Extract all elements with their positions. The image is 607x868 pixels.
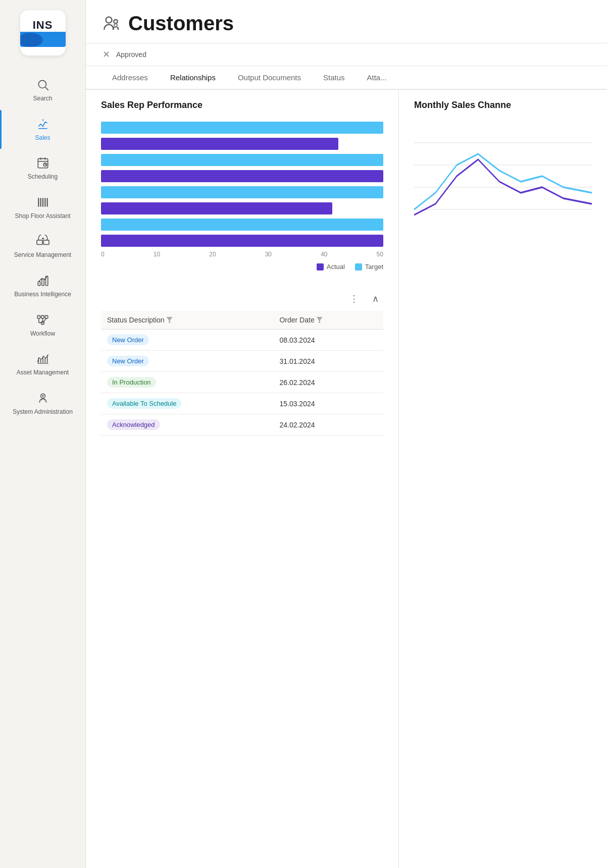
tab-relationships[interactable]: Relationships: [159, 66, 227, 90]
legend-actual: Actual: [317, 263, 345, 270]
status-col-label: Status Description: [107, 316, 165, 324]
chart-title: Sales Rep Performance: [101, 100, 383, 111]
table-menu-button[interactable]: ⋮: [346, 291, 362, 307]
svg-point-0: [38, 80, 46, 88]
row-3-status: In Production: [101, 372, 273, 393]
tab-addresses[interactable]: Addresses: [101, 66, 159, 90]
collapse-icon: ∧: [372, 293, 379, 304]
sidebar-item-sysadmin[interactable]: System Administration: [0, 384, 85, 423]
monthly-sales-chart: [414, 121, 592, 232]
sidebar-label-shopfloor: Shop Floor Assistant: [15, 212, 70, 221]
svg-rect-24: [45, 315, 47, 318]
bar-row-3b: [101, 201, 383, 215]
tab-output-docs[interactable]: Output Documents: [227, 66, 312, 90]
filter-close-button[interactable]: ✕: [101, 49, 111, 60]
col-header-status: Status Description: [101, 311, 273, 330]
logo-text: INS: [33, 19, 53, 32]
sidebar-item-scheduling[interactable]: Scheduling: [0, 149, 85, 188]
sidebar-item-shopfloor[interactable]: Shop Floor Assistant: [0, 188, 85, 228]
sidebar-label-search: Search: [33, 95, 52, 103]
sidebar-item-sales[interactable]: Sales: [0, 110, 85, 149]
row-5-status: Acknowledged: [101, 414, 273, 436]
table-header-row: Status Description Order Date: [101, 311, 383, 330]
sysadmin-icon: [36, 391, 50, 405]
table-body: New Order 08.03.2024 New Order 31.01.202…: [101, 330, 383, 436]
sidebar-item-workflow[interactable]: Workflow: [0, 306, 85, 345]
bar-actual-2: [101, 170, 383, 182]
x-label-10: 10: [154, 251, 160, 258]
svg-line-29: [42, 318, 46, 322]
sales-rep-chart: Sales Rep Performance: [101, 100, 383, 286]
row-4-status: Available To Schedule: [101, 393, 273, 414]
bar-target-3: [101, 186, 383, 198]
svg-point-39: [114, 19, 118, 23]
scheduling-icon: [36, 156, 50, 170]
menu-dots-icon: ⋮: [349, 293, 359, 304]
asset-icon: [36, 352, 50, 366]
status-badge: In Production: [107, 377, 156, 388]
orders-table: Status Description Order Date: [101, 311, 383, 436]
bar-target-2: [101, 154, 383, 166]
svg-rect-19: [38, 282, 40, 286]
legend-target-dot: [355, 263, 362, 270]
legend-target-label: Target: [365, 263, 383, 270]
workflow-icon: [36, 313, 50, 327]
tab-status[interactable]: Status: [312, 66, 356, 90]
app-logo: INS: [20, 10, 66, 56]
row-3-date: 26.02.2024: [273, 372, 383, 393]
bar-row-4b: [101, 234, 383, 248]
date-filter-icon[interactable]: [317, 317, 323, 323]
status-filter-icon[interactable]: [167, 317, 173, 323]
sidebar-item-search[interactable]: Search: [0, 71, 85, 110]
row-4-date: 15.03.2024: [273, 393, 383, 414]
tab-attachments[interactable]: Atta...: [356, 66, 398, 90]
bar-row-3: [101, 185, 383, 199]
table-header: Status Description Order Date: [101, 311, 383, 330]
svg-point-38: [106, 17, 112, 23]
table-collapse-button[interactable]: ∧: [367, 291, 383, 307]
status-badge: Available To Schedule: [107, 398, 181, 409]
legend-actual-label: Actual: [327, 263, 345, 270]
x-label-0: 0: [101, 251, 105, 258]
sidebar-label-scheduling: Scheduling: [28, 173, 58, 181]
sidebar-label-sysadmin: System Administration: [13, 408, 73, 416]
x-label-30: 30: [265, 251, 272, 258]
status-badge: Acknowledged: [107, 419, 160, 430]
row-1-date: 08.03.2024: [273, 330, 383, 351]
service-icon: [36, 234, 50, 248]
svg-rect-22: [37, 315, 40, 318]
main-content: Customers ✕ Approved Addresses Relations…: [86, 0, 607, 868]
sidebar-item-bi[interactable]: Business Intelligence: [0, 266, 85, 306]
sidebar-label-asset: Asset Management: [17, 369, 69, 377]
sidebar-item-asset[interactable]: Asset Management: [0, 345, 85, 384]
search-icon: [36, 78, 50, 92]
sidebar-label-sales: Sales: [35, 134, 50, 142]
sales-icon: [36, 117, 50, 131]
shopfloor-icon: [36, 195, 50, 209]
filter-tag: Approved: [116, 50, 146, 59]
right-panel: Monthly Sales Channe: [399, 90, 607, 868]
bar-row-1: [101, 121, 383, 135]
tab-bar: Addresses Relationships Output Documents…: [86, 66, 607, 90]
sidebar-label-service: Service Management: [14, 251, 71, 259]
sidebar: INS Search Sales Scheduling: [0, 0, 86, 868]
content-area: Sales Rep Performance: [86, 90, 607, 868]
svg-rect-23: [41, 315, 43, 318]
logo-wave: [20, 32, 66, 47]
bar-actual-4: [101, 235, 383, 247]
sidebar-item-service[interactable]: Service Management: [0, 227, 85, 266]
table-toolbar: ⋮ ∧: [101, 291, 383, 307]
table-row: New Order 08.03.2024: [101, 330, 383, 351]
table-row: Available To Schedule 15.03.2024: [101, 393, 383, 414]
bar-actual-3: [101, 202, 332, 214]
col-header-date: Order Date: [273, 311, 383, 330]
svg-rect-17: [43, 240, 49, 245]
bar-row-1b: [101, 137, 383, 151]
date-col-label: Order Date: [279, 316, 314, 324]
sidebar-label-workflow: Workflow: [30, 330, 55, 338]
sidebar-label-bi: Business Intelligence: [14, 291, 71, 299]
svg-line-1: [45, 87, 48, 90]
legend-target: Target: [355, 263, 383, 270]
svg-rect-35: [37, 363, 48, 364]
table-row: In Production 26.02.2024: [101, 372, 383, 393]
